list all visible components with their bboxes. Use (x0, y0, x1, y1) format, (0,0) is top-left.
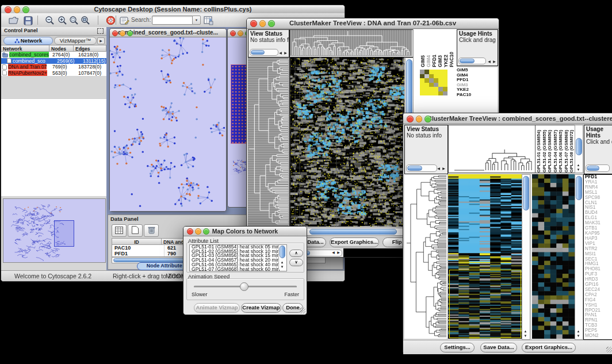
attribute-list-item[interactable]: GPL51-07 (GSM868) heat shock 60 min (190, 267, 286, 271)
mini-heatmap-cell[interactable] (438, 87, 443, 91)
minimize-icon[interactable] (416, 116, 423, 122)
network-table-row[interactable]: DNA and Tran 07769(0)183728(0) (1, 64, 106, 70)
open-folder-icon[interactable] (8, 15, 20, 26)
usage-hints-scrollbar[interactable] (586, 164, 610, 172)
heatmap-selection-rect[interactable] (449, 270, 521, 338)
scroll-down-icon[interactable]: ▼ (523, 334, 528, 338)
scrollbar-thumb[interactable] (460, 59, 475, 63)
delete-attribute-trash-icon[interactable] (144, 224, 159, 237)
mini-correlation-heatmap[interactable] (420, 70, 447, 95)
col-header-edges[interactable]: Edges (74, 45, 106, 52)
column-dendrogram[interactable] (448, 125, 536, 173)
resize-grip[interactable] (606, 347, 612, 352)
column-label[interactable]: PAC10 (449, 52, 454, 67)
scrollbar-thumb[interactable] (309, 229, 397, 235)
zoom-window-icon[interactable] (22, 6, 29, 13)
attribute-list-scrollbar[interactable]: ▲ ▼ (278, 245, 286, 270)
mini-heatmap-cell[interactable] (438, 91, 443, 96)
float-panel-icon[interactable] (97, 28, 104, 34)
zoom-window-icon[interactable] (268, 20, 275, 27)
resize-grip[interactable] (300, 308, 305, 313)
scroll-right-icon[interactable]: ▶ (336, 251, 341, 255)
scrollbar-thumb[interactable] (523, 176, 529, 210)
heatmap-vscrollbar[interactable]: ▲ ▼ (522, 174, 530, 340)
close-icon[interactable] (112, 30, 118, 36)
scrollbar-thumb[interactable] (407, 166, 422, 171)
scroll-up-icon[interactable]: ▲ (576, 163, 581, 167)
minimize-icon[interactable] (195, 228, 201, 235)
mini-heatmap-cell[interactable] (424, 78, 429, 83)
scrollbar-thumb[interactable] (280, 246, 285, 258)
minimize-icon[interactable] (14, 6, 21, 13)
move-up-button[interactable]: ∧ (289, 250, 303, 257)
attribute-select-icon[interactable] (112, 224, 127, 237)
column-label[interactable]: GPL51-02 (GSM855) (542, 130, 547, 173)
minimize-icon[interactable] (120, 30, 125, 36)
mini-heatmap-cell[interactable] (438, 78, 443, 83)
attribute-browser-icon[interactable] (202, 15, 214, 26)
birdseye-view[interactable] (3, 198, 106, 263)
mini-heatmap-cell[interactable] (429, 91, 434, 96)
mini-heatmap-cell[interactable] (438, 83, 443, 87)
scroll-down-icon[interactable]: ▼ (576, 334, 581, 338)
treeview-dna-titlebar[interactable]: ClusterMaker TreeView : DNA and Tran 07-… (247, 18, 499, 29)
create-vizmap-button[interactable]: Create Vizmap (241, 303, 281, 313)
new-attribute-icon[interactable] (128, 224, 143, 237)
heatmap-main[interactable] (289, 58, 405, 227)
mini-heatmap-cell[interactable] (443, 78, 447, 83)
scroll-up-icon[interactable]: ▲ (576, 329, 581, 334)
close-icon[interactable] (407, 116, 414, 122)
scroll-left-icon[interactable]: ◀ (487, 60, 492, 64)
column-label[interactable]: GIM5 (420, 55, 426, 67)
network-view-titlebar[interactable]: combined_scores_good.txt--cluste... (110, 29, 226, 37)
help-lifering-icon[interactable] (105, 15, 116, 26)
zoom-fit-icon[interactable] (79, 15, 91, 26)
mini-heatmap-cell[interactable] (420, 87, 424, 91)
treeview-combined-titlebar[interactable]: ClusterMaker TreeView : combined_scores_… (403, 113, 612, 124)
scroll-right-icon[interactable]: ▶ (492, 60, 497, 64)
mini-heatmap-cell[interactable] (424, 83, 429, 87)
attribute-list[interactable]: GPL51-01 (GSM854) heat shock 05 minGPL51… (189, 244, 287, 271)
heatmap-zoom-view[interactable] (531, 174, 576, 339)
gene-label-list[interactable]: PFD1YRA1RNR4MSL1SPC98CLN1NIS1BUD4ELG1MAK… (583, 174, 612, 340)
mini-heatmap-cell[interactable] (420, 70, 424, 74)
zoom-in-icon[interactable] (56, 15, 68, 26)
row-dendrogram[interactable] (248, 58, 289, 227)
column-label[interactable]: GPL51-06 (GSM865) (558, 130, 563, 173)
save-icon[interactable] (22, 15, 34, 26)
scroll-up-icon[interactable]: ▲ (523, 329, 528, 334)
export-graphics-button[interactable]: Export Graphics... (330, 237, 379, 247)
search-dropdown-icon[interactable]: ▼ (192, 16, 201, 25)
column-label[interactable]: GIM4 (426, 55, 431, 67)
scrollbar-thumb[interactable] (576, 138, 582, 155)
move-down-button[interactable]: ∨ (289, 259, 303, 266)
column-label[interactable]: GPL51-03 (GSM856) (547, 130, 552, 173)
mini-heatmap-cell[interactable] (434, 78, 438, 83)
row-dendrogram[interactable] (404, 174, 447, 339)
mini-heatmap-cell[interactable] (429, 83, 434, 87)
main-titlebar[interactable]: Cytoscape Desktop (Session Name: collins… (1, 5, 345, 14)
column-labels-vscrollbar[interactable]: ▲ ▼ (575, 125, 583, 173)
mini-heatmap-cell[interactable] (434, 70, 438, 74)
column-label[interactable]: GIM3 (438, 55, 443, 67)
mini-heatmap-cell[interactable] (443, 70, 447, 74)
id-column-header[interactable]: ID (112, 239, 162, 245)
search-input[interactable] (152, 16, 193, 25)
mini-heatmap-cell[interactable] (434, 87, 438, 91)
view-status-scrollbar[interactable] (406, 164, 437, 172)
mini-heatmap-cell[interactable] (429, 78, 434, 83)
scroll-right-icon[interactable]: ▶ (441, 167, 446, 171)
close-icon[interactable] (5, 6, 12, 13)
mini-heatmap-cell[interactable] (424, 70, 429, 74)
network-canvas[interactable] (110, 37, 225, 211)
gene-label[interactable]: MON2 (584, 334, 612, 339)
scroll-down-icon[interactable]: ▼ (280, 265, 285, 269)
row-label[interactable]: PAC10 (457, 93, 495, 98)
mini-heatmap-cell[interactable] (434, 74, 438, 79)
mini-heatmap-cell[interactable] (434, 91, 438, 96)
minimize-icon[interactable] (259, 20, 266, 27)
mini-heatmap-cell[interactable] (424, 91, 429, 96)
scroll-left-icon[interactable]: ◀ (436, 167, 441, 171)
mini-heatmap-cell[interactable] (443, 91, 447, 96)
zoom-out-icon[interactable] (44, 15, 55, 26)
